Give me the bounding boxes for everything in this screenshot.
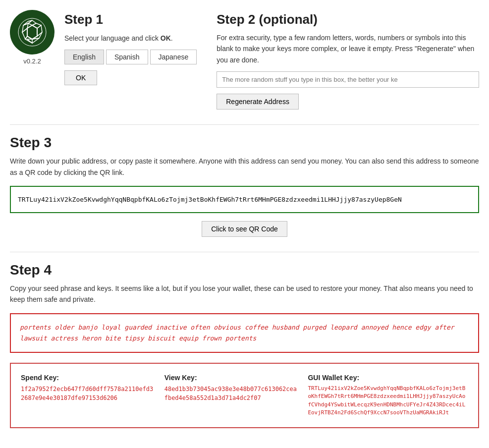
version-label: v0.2.2 [23,57,41,65]
view-key-value[interactable]: 48ed1b3b73045ac938e3e48b077c613062ceafbe… [164,385,298,402]
seed-phrase-box[interactable]: portents older banjo loyal guarded inact… [10,313,479,353]
language-buttons: English Spanish Japanese [64,50,197,64]
gui-wallet-key-column: GUI Wallet Key: TRTLuy421ixV2kZoe5Kvwdgh… [308,374,468,417]
view-key-column: View Key: 48ed1b3b73045ac938e3e48b077c61… [164,374,298,417]
logo-area: v0.2.2 [10,10,54,65]
step4-title: Step 4 [10,262,479,278]
logo-icon [17,17,47,47]
keys-box: Spend Key: 1f2a7952f2ecb647f7d60dff7578a… [10,363,479,428]
lang-english[interactable]: English [64,50,104,64]
step2-area: Step 2 (optional) For extra security, ty… [217,10,479,110]
step3-section: Step 3 Write down your public address, o… [10,135,479,237]
step1-description: Select your language and click OK. [64,33,197,44]
step2-description: For extra security, type a few random le… [217,32,479,65]
step3-description: Write down your public address, or copy … [10,156,479,178]
gui-wallet-key-value[interactable]: TRTLuy421ixV2kZoe5KvwdghYqqNBqpbfKALo6zT… [308,385,468,417]
step2-title: Step 2 (optional) [217,12,479,27]
view-key-label: View Key: [164,374,298,382]
divider-1 [10,124,479,125]
qr-code-button[interactable]: Click to see QR Code [202,221,287,237]
step1-area: v0.2.2 Step 1 Select your language and c… [10,10,197,85]
divider-2 [10,252,479,252]
step1-desc-pre: Select your language and click [64,34,161,42]
step1-title: Step 1 [64,12,197,27]
spend-key-label: Spend Key: [21,374,155,382]
app-logo [10,10,54,55]
ok-button[interactable]: OK [64,70,97,85]
step1-content: Step 1 Select your language and click OK… [64,10,197,85]
random-input[interactable] [217,71,479,88]
gui-wallet-key-label: GUI Wallet Key: [308,374,468,382]
step1-desc-post: . [171,34,173,42]
spend-key-value[interactable]: 1f2a7952f2ecb647f7d60dff7578a2110efd3268… [21,385,155,402]
step1-desc-bold: OK [161,34,171,42]
lang-japanese[interactable]: Japanese [150,50,197,64]
public-address-box[interactable]: TRTLuy421ixV2kZoe5KvwdghYqqNBqpbfKALo6zT… [10,186,479,213]
step3-title: Step 3 [10,135,479,151]
step4-description: Copy your seed phrase and keys. It seems… [10,283,479,305]
spend-key-column: Spend Key: 1f2a7952f2ecb647f7d60dff7578a… [21,374,155,417]
step4-section: Step 4 Copy your seed phrase and keys. I… [10,262,479,428]
lang-spanish[interactable]: Spanish [106,50,148,64]
regenerate-button[interactable]: Regenerate Address [217,94,299,110]
